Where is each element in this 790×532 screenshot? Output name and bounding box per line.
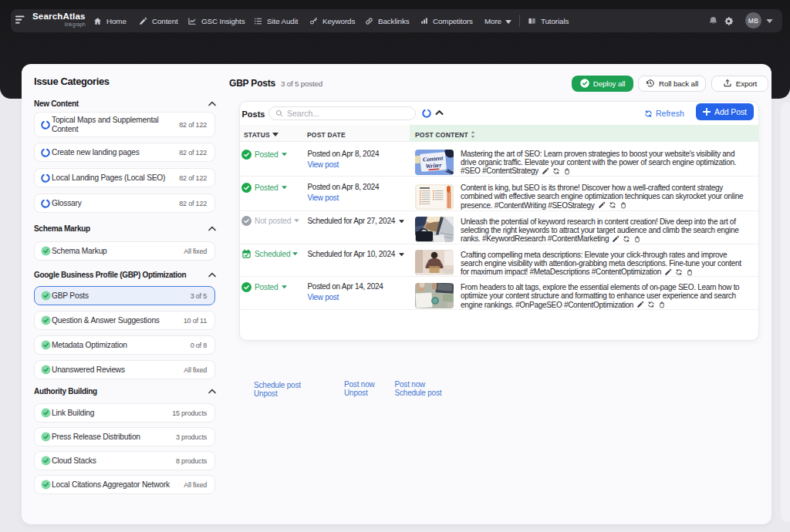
svg-text:Writer: Writer xyxy=(425,161,442,170)
